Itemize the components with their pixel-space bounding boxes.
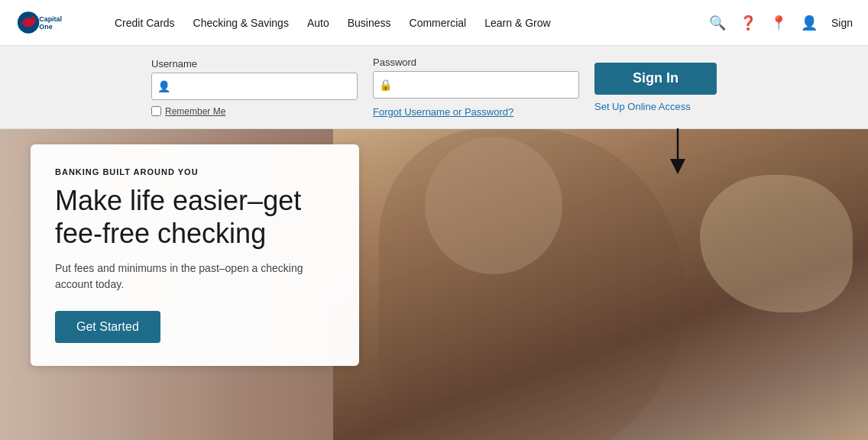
svg-text:Capital: Capital (39, 15, 62, 22)
nav-business[interactable]: Business (348, 17, 391, 29)
hero-description: Put fees and minimums in the past–open a… (55, 260, 335, 293)
hero-subtitle: BANKING BUILT AROUND YOU (55, 167, 335, 176)
password-icon: 🔒 (379, 79, 392, 91)
nav-links: Credit Cards Checking & Savings Auto Bus… (115, 17, 709, 29)
location-icon[interactable]: 📍 (770, 15, 787, 31)
hero-image (333, 129, 868, 440)
login-bar: Username 👤 Remember Me Password 🔒 Forgot… (0, 46, 868, 129)
get-started-button[interactable]: Get Started (55, 311, 160, 343)
hero-title: Make life easier–get fee-free checking (55, 184, 335, 250)
svg-marker-4 (670, 159, 685, 174)
setup-online-access-link[interactable]: Set Up Online Access (594, 101, 691, 112)
logo-svg: Capital One (15, 8, 92, 38)
navbar: Capital One Credit Cards Checking & Savi… (0, 0, 868, 46)
password-label: Password (373, 57, 579, 68)
remember-wrap: Remember Me (151, 106, 358, 117)
logo[interactable]: Capital One (15, 8, 92, 38)
username-input-wrap: 👤 (151, 73, 358, 100)
remember-label[interactable]: Remember Me (165, 106, 225, 117)
password-field-group: Password 🔒 Forgot Username or Password? (373, 57, 579, 118)
help-icon[interactable]: ❓ (740, 15, 756, 31)
hero-card: BANKING BUILT AROUND YOU Make life easie… (31, 144, 359, 366)
forgot-link[interactable]: Forgot Username or Password? (373, 106, 579, 118)
nav-signin-label[interactable]: Sign (831, 17, 853, 29)
nav-auto[interactable]: Auto (307, 17, 329, 29)
signin-button[interactable]: Sign In (594, 63, 717, 95)
nav-learn-grow[interactable]: Learn & Grow (484, 17, 550, 29)
remember-checkbox[interactable] (151, 106, 161, 116)
hero-section: BANKING BUILT AROUND YOU Make life easie… (0, 129, 868, 440)
nav-checking-savings[interactable]: Checking & Savings (193, 17, 289, 29)
nav-right: 🔍 ❓ 📍 👤 Sign (709, 15, 853, 31)
password-input-wrap: 🔒 (373, 71, 579, 99)
username-input[interactable] (151, 73, 358, 100)
user-icon[interactable]: 👤 (801, 15, 818, 31)
search-icon[interactable]: 🔍 (709, 15, 726, 31)
nav-credit-cards[interactable]: Credit Cards (115, 17, 175, 29)
arrow-annotation (666, 128, 689, 177)
username-field-group: Username 👤 Remember Me (151, 58, 358, 117)
svg-text:One: One (39, 23, 52, 31)
nav-commercial[interactable]: Commercial (410, 17, 467, 29)
signin-col: Sign In Set Up Online Access (594, 63, 717, 112)
username-icon: 👤 (157, 80, 170, 92)
username-label: Username (151, 58, 358, 70)
password-input[interactable] (373, 71, 579, 99)
